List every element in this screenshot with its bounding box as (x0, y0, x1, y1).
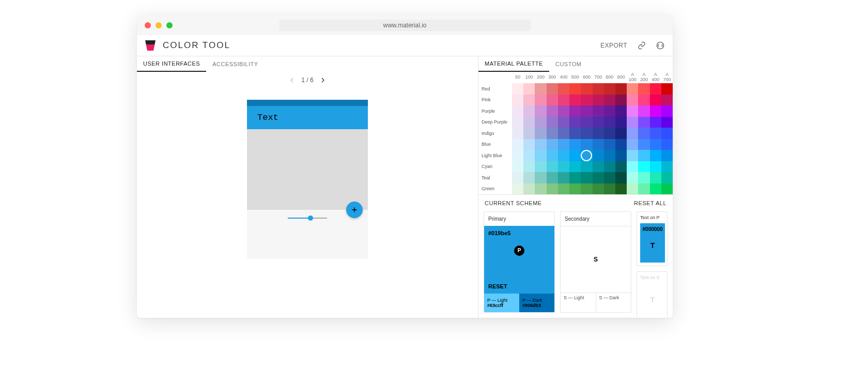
swatch[interactable] (593, 150, 604, 161)
swatch[interactable] (638, 83, 649, 95)
swatch[interactable] (627, 105, 638, 117)
swatch[interactable] (535, 117, 546, 128)
swatch[interactable] (650, 105, 661, 117)
swatch[interactable] (512, 150, 523, 161)
swatch[interactable] (593, 95, 604, 106)
swatch[interactable] (581, 83, 592, 95)
swatch[interactable] (661, 183, 673, 195)
swatch[interactable] (512, 172, 523, 183)
swatch[interactable] (569, 172, 581, 183)
swatch[interactable] (627, 172, 638, 183)
swatch[interactable] (627, 117, 638, 128)
swatch[interactable] (569, 139, 581, 150)
swatch[interactable] (650, 150, 661, 161)
secondary-light[interactable]: S — Light (561, 293, 596, 312)
swatch[interactable] (627, 139, 638, 150)
swatch[interactable] (593, 105, 604, 117)
swatch[interactable] (627, 83, 638, 95)
swatch[interactable] (523, 139, 535, 150)
swatch[interactable] (604, 105, 615, 117)
swatch[interactable] (650, 95, 661, 106)
swatch[interactable] (558, 183, 569, 195)
swatch[interactable] (604, 83, 615, 95)
swatch[interactable] (638, 150, 649, 161)
swatch[interactable] (604, 139, 615, 150)
swatch[interactable] (650, 128, 661, 139)
swatch[interactable] (627, 183, 638, 195)
swatch[interactable] (523, 117, 535, 128)
fab-button[interactable] (346, 202, 363, 218)
swatch[interactable] (581, 105, 592, 117)
swatch[interactable] (661, 105, 673, 117)
swatch[interactable] (535, 105, 546, 117)
swatch[interactable] (615, 83, 627, 95)
text-on-p-card[interactable]: Text on P #000000 T (637, 211, 668, 266)
swatch[interactable] (661, 172, 673, 183)
swatch[interactable] (523, 172, 535, 183)
tab-custom[interactable]: CUSTOM (549, 56, 587, 72)
swatch[interactable] (547, 95, 558, 106)
swatch[interactable] (593, 172, 604, 183)
swatch[interactable] (593, 117, 604, 128)
swatch[interactable] (535, 95, 546, 106)
swatch[interactable] (547, 128, 558, 139)
swatch[interactable] (569, 150, 581, 161)
maximize-icon[interactable] (166, 22, 173, 28)
swatch[interactable] (523, 105, 535, 117)
close-icon[interactable] (145, 22, 151, 28)
swatch[interactable] (558, 117, 569, 128)
swatch[interactable] (523, 128, 535, 139)
swatch[interactable] (535, 128, 546, 139)
slider[interactable] (288, 218, 327, 219)
swatch[interactable] (650, 139, 661, 150)
codelab-icon[interactable] (656, 41, 664, 50)
swatch[interactable] (581, 128, 592, 139)
swatch[interactable] (581, 183, 592, 195)
tab-accessibility[interactable]: ACCESSIBILITY (206, 56, 264, 72)
swatch[interactable] (615, 150, 627, 161)
swatch[interactable] (615, 105, 627, 117)
reset-all-button[interactable]: RESET ALL (634, 200, 667, 206)
swatch[interactable] (593, 83, 604, 95)
swatch[interactable] (512, 117, 523, 128)
primary-reset-button[interactable]: RESET (488, 274, 507, 289)
swatch[interactable] (569, 128, 581, 139)
swatch[interactable] (547, 105, 558, 117)
swatch[interactable] (638, 117, 649, 128)
swatch[interactable] (638, 105, 649, 117)
swatch[interactable] (638, 183, 649, 195)
swatch[interactable] (661, 128, 673, 139)
swatch[interactable] (512, 83, 523, 95)
swatch[interactable] (535, 161, 546, 173)
swatch[interactable] (615, 95, 627, 106)
swatch[interactable] (604, 183, 615, 195)
swatch[interactable] (558, 95, 569, 106)
secondary-swatch[interactable]: S (561, 226, 631, 293)
swatch[interactable] (638, 95, 649, 106)
swatch[interactable] (512, 95, 523, 106)
swatch[interactable] (627, 128, 638, 139)
swatch[interactable] (615, 139, 627, 150)
swatch[interactable] (547, 83, 558, 95)
text-on-s-card[interactable]: Text on S T (637, 271, 668, 318)
swatch[interactable] (650, 183, 661, 195)
swatch[interactable] (604, 128, 615, 139)
swatch[interactable] (512, 161, 523, 173)
swatch[interactable] (661, 95, 673, 106)
slider-thumb[interactable] (308, 216, 313, 221)
swatch[interactable] (523, 161, 535, 173)
swatch[interactable] (604, 117, 615, 128)
swatch[interactable] (569, 83, 581, 95)
swatch[interactable] (661, 161, 673, 173)
swatch[interactable] (593, 128, 604, 139)
swatch[interactable] (627, 95, 638, 106)
swatch[interactable] (638, 161, 649, 173)
swatch[interactable] (615, 172, 627, 183)
swatch[interactable] (547, 150, 558, 161)
swatch[interactable] (593, 161, 604, 173)
swatch[interactable] (581, 139, 592, 150)
swatch[interactable] (569, 105, 581, 117)
swatch[interactable] (581, 150, 592, 161)
primary-light[interactable]: P — Light #63ccff (484, 294, 519, 312)
swatch[interactable] (581, 117, 592, 128)
